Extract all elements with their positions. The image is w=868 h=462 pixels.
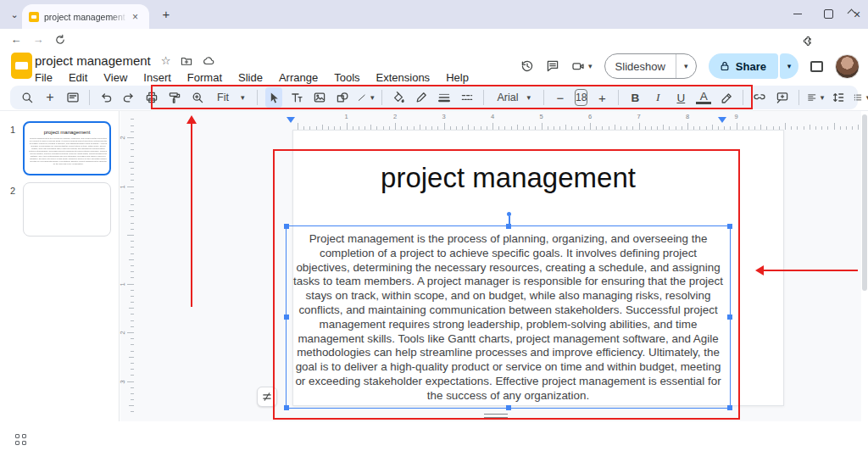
account-avatar[interactable] — [835, 54, 860, 79]
tab-close-button[interactable]: × — [132, 11, 138, 23]
menu-arrange[interactable]: Arrange — [277, 70, 320, 85]
menu-edit[interactable]: Edit — [67, 70, 89, 85]
star-document-icon[interactable]: ☆ — [161, 54, 171, 67]
comments-button[interactable] — [546, 59, 559, 73]
menus-search-button[interactable] — [19, 87, 36, 108]
ruler-number: 7 — [637, 113, 640, 120]
autofit-icon — [261, 391, 273, 403]
hide-menus-icon[interactable] — [810, 61, 823, 72]
menu-insert[interactable]: Insert — [142, 70, 173, 85]
browser-titlebar: ⌄ project management - Google S × + × — [0, 0, 868, 29]
thumbnail-body: Project management is the process of pla… — [29, 137, 108, 165]
extensions-button[interactable] — [801, 32, 816, 47]
menu-file[interactable]: File — [33, 70, 54, 85]
ruler-number: 6 — [588, 113, 592, 120]
ruler-number: 8 — [686, 113, 689, 120]
ruler-number: 2 — [119, 136, 126, 139]
forward-button[interactable]: → — [31, 32, 46, 47]
tab-search-button[interactable]: ⌄ — [7, 7, 22, 22]
document-title[interactable]: project management — [35, 53, 151, 68]
reload-icon — [54, 34, 66, 46]
ruler-number: 1 — [119, 282, 126, 286]
undo-icon — [99, 91, 113, 104]
new-tab-button[interactable]: + — [158, 6, 175, 23]
add-comment-icon — [776, 91, 789, 104]
slides-logo-icon[interactable] — [11, 53, 32, 79]
menu-help[interactable]: Help — [444, 70, 470, 85]
menu-slide[interactable]: Slide — [236, 70, 264, 85]
ruler-number: 3 — [442, 113, 445, 120]
insert-link-button[interactable] — [751, 87, 768, 108]
comment-icon — [546, 59, 559, 73]
share-dropdown[interactable]: ▾ — [780, 53, 798, 79]
annotation-rect-toolbar — [151, 85, 753, 109]
browser-address-bar: ← → docs.google.com/presentation/d/1hFh6… — [0, 29, 868, 48]
ruler-number: 3 — [119, 380, 126, 383]
collapse-toolbar-button[interactable] — [848, 8, 856, 16]
meet-button[interactable]: ▾ — [571, 59, 593, 73]
ruler-number: 2 — [119, 331, 126, 334]
redo-icon — [122, 91, 136, 104]
ruler-number: 4 — [491, 113, 494, 120]
grid-view-button[interactable] — [15, 434, 26, 445]
ruler-number: 9 — [734, 113, 737, 120]
align-icon — [807, 91, 816, 104]
back-button[interactable]: ← — [8, 32, 24, 47]
version-history-button[interactable] — [520, 59, 534, 73]
window-maximize-button[interactable] — [814, 0, 843, 28]
insert-comment-button[interactable] — [774, 87, 791, 108]
slide-thumbnail-1[interactable]: project management Project management is… — [23, 121, 111, 175]
menu-tools[interactable]: Tools — [332, 70, 361, 85]
history-icon — [520, 59, 534, 73]
slide-number: 2 — [10, 186, 15, 196]
filmstrip: 1 project management Project management … — [0, 111, 120, 422]
browser-window: ⌄ project management - Google S × + × ← … — [0, 0, 868, 462]
move-to-folder-icon[interactable] — [181, 55, 192, 67]
bulleted-list-icon — [853, 91, 862, 104]
share-button[interactable]: Share — [709, 53, 778, 79]
menu-bar: FileEditViewInsertFormatSlideArrangeTool… — [33, 70, 470, 85]
annotation-arrow-up — [186, 115, 197, 307]
slide-layout-button[interactable] — [64, 87, 81, 108]
window-minimize-button[interactable] — [783, 0, 812, 28]
slideshow-dropdown[interactable]: ▾ — [676, 54, 696, 78]
align-button[interactable]: ▾ — [807, 87, 824, 108]
redo-button[interactable] — [120, 87, 137, 108]
line-spacing-icon — [832, 91, 845, 104]
annotation-rect-slide — [273, 149, 740, 420]
chevron-down-icon: ▾ — [588, 62, 593, 70]
reload-button[interactable] — [53, 32, 68, 47]
slide-thumbnail-2[interactable] — [23, 182, 111, 237]
indent-marker-left[interactable] — [287, 117, 295, 123]
ruler-number: 5 — [539, 113, 542, 120]
line-spacing-button[interactable] — [830, 87, 847, 108]
slideshow-button[interactable]: Slideshow ▾ — [604, 53, 697, 79]
ruler-number: 1 — [344, 113, 348, 120]
new-slide-button[interactable]: + — [42, 87, 58, 108]
menu-format[interactable]: Format — [186, 70, 224, 85]
vertical-scrollbar[interactable] — [862, 114, 867, 291]
lock-icon — [719, 60, 731, 72]
menu-extensions[interactable]: Extensions — [375, 70, 432, 85]
ruler-number: 2 — [393, 113, 397, 120]
cloud-saved-icon[interactable] — [203, 55, 214, 67]
link-icon — [753, 91, 766, 104]
vertical-ruler: 21123 — [120, 111, 134, 416]
video-camera-icon — [571, 59, 585, 73]
ruler-number: 1 — [119, 185, 126, 188]
speaker-notes-bar: Click to add speaker notes — [0, 421, 868, 462]
slide-number: 1 — [10, 125, 15, 135]
puzzle-icon — [803, 34, 815, 46]
annotation-arrow-left — [755, 265, 858, 276]
browser-tab[interactable]: project management - Google S × — [22, 4, 149, 29]
slides-header: project management ☆ FileEditViewInsertF… — [0, 48, 868, 85]
thumbnail-title: project management — [25, 130, 109, 135]
chevron-down-icon: ⌄ — [10, 9, 18, 19]
undo-button[interactable] — [97, 87, 114, 108]
search-icon — [20, 91, 34, 104]
menu-view[interactable]: View — [102, 70, 129, 85]
tab-title: project management - Google S — [44, 12, 127, 22]
bulleted-list-button[interactable]: ▾ — [853, 87, 868, 108]
horizontal-ruler: 123456789 — [134, 113, 860, 130]
indent-marker-right[interactable] — [718, 117, 726, 123]
